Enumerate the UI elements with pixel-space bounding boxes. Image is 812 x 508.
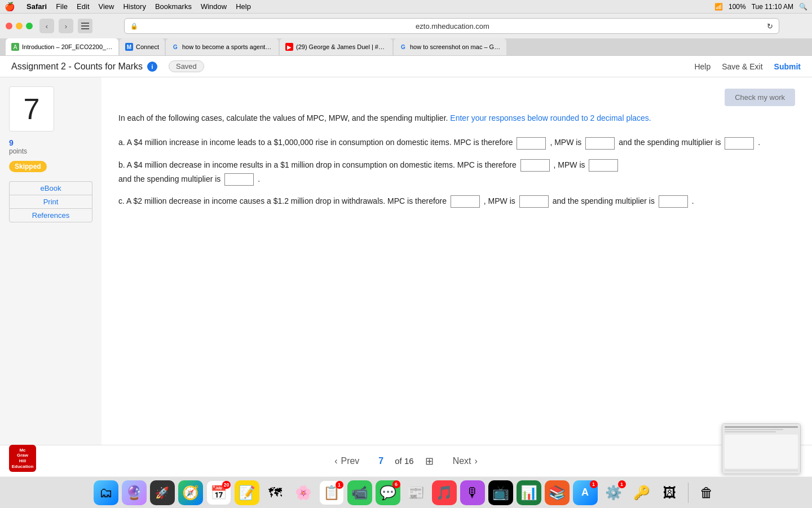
prev-arrow-icon: ‹: [334, 456, 337, 466]
photos-icon: 🌸: [295, 485, 312, 501]
launchpad-icon: 🚀: [155, 486, 169, 500]
svg-rect-1: [81, 25, 89, 27]
menu-history[interactable]: History: [123, 2, 145, 11]
search-icon[interactable]: 🔍: [799, 3, 807, 11]
browser-chrome: ‹ › 🔒 ezto.mheducation.com ↻ A Introduct…: [0, 14, 812, 56]
part-b-mpw-input[interactable]: [589, 159, 618, 172]
left-panel: 7 9 points Skipped eBook Print Reference…: [0, 77, 102, 472]
menu-help[interactable]: Help: [236, 2, 251, 11]
menu-edit[interactable]: Edit: [77, 2, 89, 11]
part-a-mpw-label: , MPW is: [550, 138, 581, 147]
menu-window[interactable]: Window: [201, 2, 227, 11]
part-c-mpc-input[interactable]: [451, 195, 480, 208]
tab-nba[interactable]: ▶ (29) George & James Duel | #NBAToge...: [280, 38, 392, 55]
dock-facetime[interactable]: 📹: [347, 480, 372, 505]
podcasts-icon: 🎙: [466, 485, 479, 501]
grid-view-button[interactable]: ⊞: [425, 455, 434, 467]
facetime-icon: 📹: [351, 485, 368, 501]
tab-sports-agent[interactable]: G how to become a sports agent in canad.…: [166, 38, 279, 55]
points-value: 9: [9, 138, 92, 147]
question-intro: In each of the following cases, calculat…: [118, 112, 795, 124]
dock-notes[interactable]: 📝: [235, 480, 259, 505]
part-a-mpw-input[interactable]: [585, 137, 615, 150]
current-page-number: 7: [378, 456, 383, 466]
dock-books[interactable]: 📚: [545, 480, 570, 505]
print-button[interactable]: Print: [9, 195, 92, 208]
appstore-badge: 1: [590, 480, 598, 488]
battery-status: 100%: [729, 3, 746, 11]
tab-label-introduction: Introduction – 20F_ECO2200_471 Econo...: [22, 43, 113, 50]
part-c-text: c. A $2 million decrease in income cause…: [118, 196, 447, 205]
tab-screenshot[interactable]: G how to screenshot on mac – Google Se..…: [394, 38, 506, 55]
tab-connect[interactable]: M Connect: [120, 38, 165, 55]
next-button[interactable]: Next ›: [445, 453, 486, 470]
menu-safari[interactable]: Safari: [27, 2, 47, 11]
part-a-multiplier-input[interactable]: [725, 137, 754, 150]
maps-icon: 🗺: [268, 485, 282, 501]
forward-button[interactable]: ›: [59, 19, 73, 33]
part-b-mpc-input[interactable]: [520, 159, 550, 172]
lock-icon: 🔒: [130, 23, 138, 30]
part-c-multiplier-input[interactable]: [659, 195, 688, 208]
close-button[interactable]: [6, 23, 12, 29]
dock-messages[interactable]: 💬 6: [376, 480, 400, 505]
siri-icon: 🔮: [126, 485, 143, 501]
part-a-mpc-input[interactable]: [517, 137, 546, 150]
apple-menu[interactable]: 🍎: [5, 2, 15, 12]
header-actions: Help Save & Exit Submit: [694, 62, 801, 71]
clock: Tue 11:10 AM: [752, 3, 793, 11]
sidebar-toggle-button[interactable]: [78, 19, 92, 33]
menu-bookmarks[interactable]: Bookmarks: [155, 2, 192, 11]
url-bar[interactable]: 🔒 ezto.mheducation.com ↻: [124, 18, 779, 34]
save-exit-button[interactable]: Save & Exit: [722, 62, 762, 71]
info-icon[interactable]: i: [147, 62, 157, 72]
minimize-button[interactable]: [16, 23, 23, 29]
mcgraw-hill-logo: McGrawHillEducation: [9, 445, 36, 472]
dock-reminders[interactable]: 📋 1: [319, 480, 344, 505]
part-a-text: a. A $4 million increase in income leads…: [118, 138, 513, 147]
traffic-lights: [6, 23, 33, 29]
dock-finder[interactable]: 🗂: [94, 480, 118, 505]
help-button[interactable]: Help: [694, 62, 710, 71]
systemprefs-badge: 1: [618, 480, 626, 488]
dock-podcasts[interactable]: 🎙: [460, 480, 485, 505]
dock-siri[interactable]: 🔮: [122, 480, 147, 505]
dock-music[interactable]: 🎵: [432, 480, 457, 505]
check-work-button[interactable]: Check my work: [725, 89, 795, 106]
dock-launchpad[interactable]: 🚀: [150, 480, 175, 505]
dock-maps[interactable]: 🗺: [263, 480, 288, 505]
menu-view[interactable]: View: [99, 2, 114, 11]
dock-preview[interactable]: 🖼: [657, 480, 682, 505]
tab-introduction[interactable]: A Introduction – 20F_ECO2200_471 Econo..…: [6, 38, 118, 55]
svg-rect-2: [81, 28, 89, 29]
bottom-navigation: McGrawHillEducation ‹ Prev 7 of 16 ⊞ Nex…: [0, 445, 812, 476]
question-intro-text: In each of the following cases, calculat…: [118, 113, 448, 122]
references-button[interactable]: References: [9, 208, 92, 222]
part-b-multiplier-input[interactable]: [224, 173, 254, 186]
submit-button[interactable]: Submit: [774, 62, 801, 71]
dock-trash[interactable]: 🗑: [694, 480, 719, 505]
dock-system-preferences[interactable]: ⚙️ 1: [601, 480, 626, 505]
tab-label-screenshot: how to screenshot on mac – Google Se...: [410, 43, 501, 50]
dock-tv[interactable]: 📺: [488, 480, 513, 505]
points-label: points: [9, 147, 92, 155]
part-c-mpw-input[interactable]: [519, 195, 549, 208]
maximize-button[interactable]: [26, 23, 33, 29]
dock-appstore[interactable]: A 1: [573, 480, 598, 505]
music-icon: 🎵: [436, 485, 453, 501]
preview-thumbnail: [722, 423, 801, 474]
ebook-button[interactable]: eBook: [9, 181, 92, 195]
dock-calendar[interactable]: 📅 20: [206, 480, 231, 505]
dock-safari[interactable]: 🧭: [178, 480, 203, 505]
back-button[interactable]: ‹: [39, 19, 54, 33]
prev-button[interactable]: ‹ Prev: [326, 453, 367, 470]
menu-file[interactable]: File: [56, 2, 68, 11]
tab-label-nba: (29) George & James Duel | #NBAToge...: [296, 43, 387, 50]
main-content: 7 9 points Skipped eBook Print Reference…: [0, 77, 812, 472]
dock-news[interactable]: 📰: [404, 480, 429, 505]
dock-keychain[interactable]: 🔑: [629, 480, 654, 505]
tabs-bar: A Introduction – 20F_ECO2200_471 Econo..…: [0, 38, 812, 55]
dock-numbers[interactable]: 📊: [517, 480, 541, 505]
refresh-icon[interactable]: ↻: [767, 22, 773, 30]
dock-photos[interactable]: 🌸: [291, 480, 316, 505]
